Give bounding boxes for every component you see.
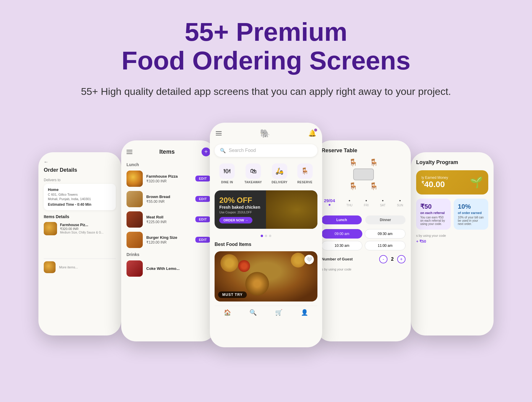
order-details-phone: ← Order Details Delivers to Home C 601, … (38, 152, 121, 335)
promo-order-button[interactable]: ORDER NOW → (219, 217, 252, 223)
reserve-icon: 🪑 (297, 163, 313, 179)
order-label: of order earned (458, 211, 484, 215)
favorite-heart-button[interactable]: 🤍 (304, 255, 314, 264)
meat-roll-img (126, 211, 143, 228)
back-arrow-icon[interactable]: ← (44, 159, 116, 165)
hero-subtitle: 55+ High quality detailed app screens th… (12, 84, 520, 99)
date-sat[interactable]: • SAT (378, 196, 388, 211)
thu-dot (348, 208, 350, 210)
main-phone-wrapper: 🐘 🔔 🔍 Search Food 🍽 DINE IN (216, 123, 316, 347)
reserve-phone-wrapper: Reserve Table 🪑 🪑 🪑 🪑 (316, 140, 411, 347)
search-bar[interactable]: 🔍 Search Food (215, 144, 317, 157)
sat-date: • (380, 198, 386, 203)
guest-count: 2 (391, 257, 394, 262)
date-thu[interactable]: • THU (344, 196, 355, 211)
promo-coupon: Use Coupon: 20JULOFF (219, 211, 313, 214)
date-today[interactable]: 29/04 (322, 196, 338, 211)
loyalty-card-content: ly Earned Money ₹40.00 (421, 176, 448, 189)
today-date: 29/04 (324, 198, 335, 203)
time-1030am[interactable]: 10:30 am (322, 241, 362, 250)
cart-nav-icon[interactable]: 🛒 (275, 309, 283, 316)
decrease-guest-button[interactable]: - (379, 255, 387, 263)
best-foods-title: Best Food Items (215, 242, 317, 247)
loyalty-phone-wrapper: Loyalty Program ly Earned Money ₹40.00 🌱… (411, 152, 494, 347)
edit-burger-button[interactable]: EDIT (195, 237, 210, 243)
time-930am[interactable]: 09:30 am (365, 229, 406, 239)
brown-bread-info: Brown Bread ₹55.00 INR (146, 194, 192, 204)
meat-roll-name: Meat Roll (146, 215, 192, 219)
delivery-label: DELIVERY (272, 181, 288, 184)
reserve-phone: Reserve Table 🪑 🪑 🪑 🪑 (316, 140, 411, 341)
dine-in-icon: 🍽 (219, 163, 235, 179)
notification-bell-icon[interactable]: 🔔 (308, 129, 316, 137)
chair-icon-br: 🪑 (369, 182, 378, 190)
phones-container: ← Order Details Delivers to Home C 601, … (0, 123, 532, 347)
dine-in-category[interactable]: 🍽 DINE IN (219, 163, 235, 184)
menu-item-pizza: Farmhouse Pizza ₹320.00 INR EDIT (126, 171, 210, 187)
bottom-item-text: More items... (59, 265, 78, 269)
promo-content: 20% OFF Fresh baked chicken Use Coupon: … (219, 196, 313, 223)
chairs-bottom: 🪑 🪑 (349, 182, 378, 190)
home-nav-icon[interactable]: 🏠 (224, 309, 231, 316)
reserve-title: Reserve Table (322, 147, 406, 154)
menu-icon[interactable] (126, 150, 132, 154)
brown-bread-name: Brown Bread (146, 194, 192, 199)
coke-info: Coke With Lemo... (146, 266, 210, 271)
featured-food-card: 🤍 MUST TRY (215, 251, 317, 302)
address-box: Home C 601, Gillco Towers Mohali, Punjab… (44, 184, 116, 210)
time-11am[interactable]: 11:00 am (365, 241, 406, 250)
farmhouse-pizza-price: ₹320.00 INR (146, 179, 192, 183)
table-visual: 🪑 🪑 🪑 🪑 (322, 158, 406, 190)
lunch-button[interactable]: Lunch (322, 215, 362, 224)
items-phone-wrapper: Items + Lunch Farmhouse Pizza ₹320.00 IN… (121, 140, 216, 347)
order-header: ← Order Details (44, 159, 116, 173)
edit-pizza-button[interactable]: EDIT (195, 176, 210, 181)
loyalty-title: Loyalty Program (416, 159, 488, 166)
reserve-category[interactable]: 🪑 RESERVE (297, 163, 313, 184)
sun-dot (399, 208, 401, 210)
delivery-section: Delivers to Home C 601, Gillco Towers Mo… (44, 178, 116, 210)
brown-bread-img (126, 191, 143, 207)
drinks-section-title: Drinks (126, 252, 210, 257)
profile-nav-icon[interactable]: 👤 (301, 309, 308, 316)
edit-meat-button[interactable]: EDIT (195, 216, 210, 222)
reserve-label: RESERVE (297, 181, 313, 184)
takeaway-category[interactable]: 🛍 TAKEAWAY (244, 163, 262, 184)
burger-info: Burger King Size ₹120.00 INR (146, 235, 192, 244)
dot-2[interactable] (265, 235, 267, 237)
delivery-category[interactable]: 🛵 DELIVERY (272, 163, 288, 184)
table-chair-icon: 🪑 🪑 🪑 🪑 (349, 158, 378, 190)
guest-control: - 2 + (379, 255, 406, 263)
increase-guest-button[interactable]: + (397, 255, 406, 263)
search-placeholder: Search Food (229, 148, 256, 153)
search-magnifier-icon: 🔍 (220, 148, 226, 153)
referral-reward-card: ₹50 on each referral You can earn ₹50 on… (416, 199, 451, 230)
takeaway-label: TAKEAWAY (244, 181, 262, 184)
earned-label: ly Earned Money (421, 176, 448, 180)
time-9am[interactable]: 09:00 am (322, 229, 362, 239)
menu-item-burger: Burger King Size ₹120.00 INR EDIT (126, 232, 210, 248)
promo-name: Fresh baked chicken (219, 205, 313, 210)
coke-img (126, 260, 143, 277)
hamburger-menu-icon[interactable] (216, 131, 222, 135)
sun-date: • (397, 198, 403, 203)
address-line2: Mohali, Punjab, India, 140301 (48, 197, 112, 201)
dates-row: 29/04 • THU • FRI (322, 196, 406, 211)
burger-price: ₹120.00 INR (146, 240, 192, 244)
dinner-button[interactable]: Dinner (365, 215, 406, 224)
dot-3[interactable] (269, 235, 271, 237)
main-header: 🐘 🔔 (215, 129, 317, 138)
delivery-icon: 🛵 (272, 163, 287, 179)
date-sun[interactable]: • SUN (395, 196, 406, 211)
edit-bread-button[interactable]: EDIT (195, 196, 210, 202)
delivers-to-label: Delivers to (44, 178, 116, 182)
date-fri[interactable]: • FRI (361, 196, 371, 211)
fri-dot (365, 208, 367, 210)
address-line1: C 601, Gillco Towers (48, 193, 112, 196)
search-nav-icon[interactable]: 🔍 (249, 309, 257, 316)
referral-hint: s by using your code (322, 268, 406, 271)
chairs-top: 🪑 🪑 (349, 158, 378, 167)
dot-1[interactable] (261, 235, 263, 237)
add-item-button[interactable]: + (202, 147, 210, 156)
meat-roll-info: Meat Roll ₹225.00 INR (146, 215, 192, 224)
